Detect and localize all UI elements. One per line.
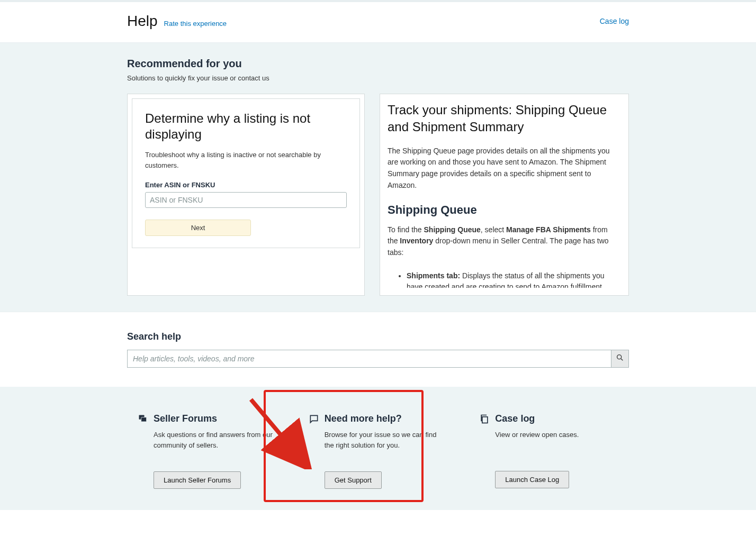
caselog-link[interactable]: Case log bbox=[600, 17, 629, 25]
copy-icon bbox=[479, 414, 490, 424]
article-queue-instruction: To find the Shipping Queue, select Manag… bbox=[388, 224, 620, 259]
rate-experience-link[interactable]: Rate this experience bbox=[164, 20, 227, 28]
asin-input[interactable] bbox=[145, 192, 347, 208]
search-title: Search help bbox=[127, 331, 629, 342]
need-help-block: Need more help? Browse for your issue so… bbox=[298, 413, 458, 489]
page-title: Help bbox=[127, 13, 158, 30]
caselog-title: Case log bbox=[495, 413, 535, 424]
article-intro: The Shipping Queue page provides details… bbox=[388, 145, 620, 192]
recommended-section: Recommended for you Solutions to quickly… bbox=[0, 43, 756, 312]
page-header: Help Rate this experience Case log bbox=[0, 2, 756, 43]
svg-point-0 bbox=[617, 355, 622, 359]
chat-icon bbox=[309, 414, 319, 424]
article-title: Track your shipments: Shipping Queue and… bbox=[388, 102, 620, 136]
article-scroll[interactable]: Track your shipments: Shipping Queue and… bbox=[388, 102, 624, 288]
forums-desc: Ask questions or find answers from our c… bbox=[154, 430, 277, 450]
forums-title: Seller Forums bbox=[154, 413, 217, 424]
caselog-desc: View or review open cases. bbox=[495, 430, 618, 450]
need-help-desc: Browse for your issue so we can find the… bbox=[325, 430, 448, 450]
launch-caselog-button[interactable]: Launch Case Log bbox=[495, 471, 569, 488]
get-support-button[interactable]: Get Support bbox=[325, 471, 382, 489]
next-button[interactable]: Next bbox=[145, 220, 251, 236]
caselog-block: Case log View or review open cases. Laun… bbox=[469, 413, 629, 489]
recommended-subtitle: Solutions to quickly fix your issue or c… bbox=[127, 74, 629, 82]
search-section: Search help bbox=[0, 312, 756, 387]
card-heading: Determine why a listing is not displayin… bbox=[145, 111, 347, 142]
search-input[interactable] bbox=[127, 350, 611, 368]
article-subheading: Shipping Queue bbox=[388, 203, 620, 217]
article-tab-list: Shipments tab: Displays the status of al… bbox=[388, 270, 620, 288]
need-help-title: Need more help? bbox=[325, 413, 402, 424]
forums-icon bbox=[138, 414, 148, 424]
bottom-section: Seller Forums Ask questions or find answ… bbox=[0, 387, 756, 510]
listing-troubleshoot-card: Determine why a listing is not displayin… bbox=[127, 94, 365, 296]
recommended-title: Recommended for you bbox=[127, 58, 629, 70]
article-card: Track your shipments: Shipping Queue and… bbox=[380, 94, 629, 296]
search-icon bbox=[615, 353, 625, 364]
list-item: Shipments tab: Displays the status of al… bbox=[407, 270, 620, 288]
svg-line-1 bbox=[621, 359, 623, 360]
card-desc: Troubleshoot why a listing is inactive o… bbox=[145, 150, 347, 170]
launch-forums-button[interactable]: Launch Seller Forums bbox=[154, 471, 241, 489]
seller-forums-block: Seller Forums Ask questions or find answ… bbox=[127, 413, 287, 489]
asin-field-label: Enter ASIN or FNSKU bbox=[145, 181, 347, 189]
svg-rect-3 bbox=[141, 417, 147, 421]
search-button[interactable] bbox=[611, 350, 629, 368]
svg-rect-4 bbox=[482, 416, 488, 423]
